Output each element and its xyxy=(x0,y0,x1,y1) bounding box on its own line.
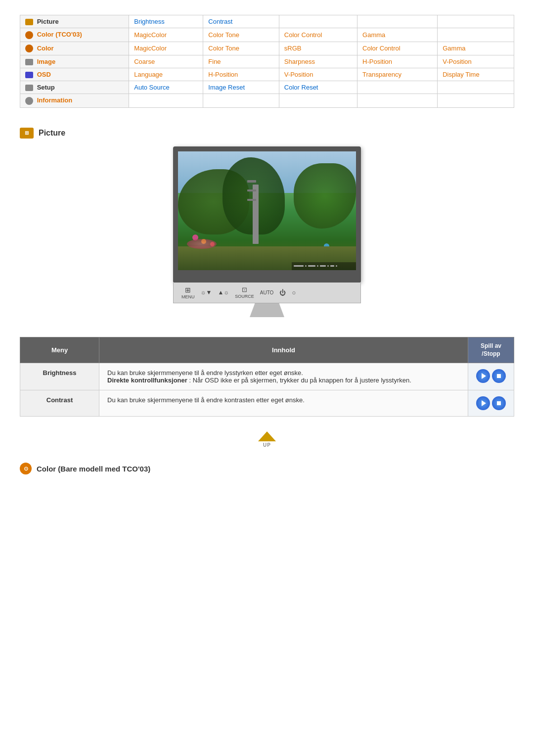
nav-empty xyxy=(129,94,203,108)
nav-empty xyxy=(279,15,357,28)
nav-hposition-osd[interactable]: H-Position xyxy=(203,68,279,81)
monitor-control-panel: ⊞ MENU ☼▼ ▲☼ ⊡ SOURCE AUTO ⏻ ○ xyxy=(173,283,361,303)
table-row: Information xyxy=(20,94,514,108)
menu-item-image[interactable]: Image xyxy=(20,55,129,68)
menu-item-osd[interactable]: OSD xyxy=(20,68,129,81)
contrast-stop-button[interactable] xyxy=(492,396,506,410)
header-spillav: Spill av /Stopp xyxy=(468,337,514,363)
up-button[interactable]: ▲☼ xyxy=(218,289,229,296)
brightness-stop-button[interactable] xyxy=(492,369,506,383)
nav-coarse[interactable]: Coarse xyxy=(129,55,203,68)
color-tco-title: Color (Bare modell med TCO'03) xyxy=(37,465,150,473)
monitor-stand-wrapper xyxy=(163,303,371,317)
brightness-btn-group xyxy=(476,369,506,383)
monitor-wrapper: ⊞ MENU ☼▼ ▲☼ ⊡ SOURCE AUTO ⏻ ○ xyxy=(163,146,371,317)
nav-sharpness[interactable]: Sharpness xyxy=(279,55,357,68)
contrast-play-button[interactable] xyxy=(476,396,490,410)
up-arrow-shape xyxy=(258,431,276,441)
menu-item-color[interactable]: Color xyxy=(20,42,129,55)
nav-hposition-img[interactable]: H-Position xyxy=(357,55,438,68)
table-row: Color (TCO'03) MagicColor Color Tone Col… xyxy=(20,28,514,42)
nav-colortone[interactable]: Color Tone xyxy=(203,42,279,55)
brightness-note-suffix: : Når OSD ikke er på skjermen, trykker d… xyxy=(187,377,411,384)
table-header-row: Meny Innhold Spill av /Stopp xyxy=(20,337,514,363)
nav-empty xyxy=(438,28,514,42)
nav-language[interactable]: Language xyxy=(129,68,203,81)
menu-item-information[interactable]: Information xyxy=(20,94,129,108)
menu-item-color-tco[interactable]: Color (TCO'03) xyxy=(20,28,129,42)
table-row: Color MagicColor Color Tone sRGB Color C… xyxy=(20,42,514,55)
header-meny: Meny xyxy=(20,337,99,363)
color-tco-header: ⊙ Color (Bare modell med TCO'03) xyxy=(20,463,514,474)
power-button[interactable]: ⏻ xyxy=(279,289,286,296)
brightness-label: Brightness xyxy=(20,363,99,390)
picture-icon: ⊞ xyxy=(20,128,34,139)
nav-colorreset[interactable]: Color Reset xyxy=(279,81,357,94)
brightness-actions xyxy=(468,363,514,390)
nav-colorcontrol-tco[interactable]: Color Control xyxy=(279,28,357,42)
content-table: Meny Innhold Spill av /Stopp Brightness … xyxy=(20,337,514,417)
nav-transparency[interactable]: Transparency xyxy=(357,68,438,81)
menu-item-setup[interactable]: Setup xyxy=(20,81,129,94)
contrast-label: Contrast xyxy=(20,390,99,417)
monitor-screen xyxy=(178,151,356,270)
nav-autosource[interactable]: Auto Source xyxy=(129,81,203,94)
nav-displaytime[interactable]: Display Time xyxy=(438,68,514,81)
nav-empty xyxy=(357,81,438,94)
nav-brightness[interactable]: Brightness xyxy=(129,15,203,28)
color-tco-icon: ⊙ xyxy=(20,463,32,474)
nav-fine[interactable]: Fine xyxy=(203,55,279,68)
nav-empty xyxy=(357,94,438,108)
table-row: Setup Auto Source Image Reset Color Rese… xyxy=(20,81,514,94)
table-row: Picture Brightness Contrast xyxy=(20,15,514,28)
nav-contrast[interactable]: Contrast xyxy=(203,15,279,28)
brightness-description: Du kan bruke skjermmenyene til å endre l… xyxy=(99,363,468,390)
monitor-stand xyxy=(250,303,284,317)
monitor-frame xyxy=(173,146,361,283)
picture-title: Picture xyxy=(39,129,65,138)
nav-vposition-osd[interactable]: V-Position xyxy=(279,68,357,81)
nav-colorcontrol[interactable]: Color Control xyxy=(357,42,438,55)
table-row-contrast: Contrast Du kan bruke skjermmenyene til … xyxy=(20,390,514,417)
table-row: Image Coarse Fine Sharpness H-Position V… xyxy=(20,55,514,68)
brightness-bold-note: Direkte kontrollfunksjoner xyxy=(107,377,187,384)
bottom-section: ⊙ Color (Bare modell med TCO'03) xyxy=(20,463,514,474)
source-button[interactable]: ⊡ SOURCE xyxy=(235,286,254,299)
up-arrow[interactable]: UP xyxy=(258,431,276,448)
menu-button-area[interactable]: ⊞ MENU xyxy=(181,286,195,299)
nav-empty xyxy=(279,94,357,108)
nav-magiccolor[interactable]: MagicColor xyxy=(129,42,203,55)
nav-empty xyxy=(438,15,514,28)
nav-empty xyxy=(438,81,514,94)
nav-colortone-tco[interactable]: Color Tone xyxy=(203,28,279,42)
header-innhold: Innhold xyxy=(99,337,468,363)
menu-item-picture[interactable]: Picture xyxy=(20,15,129,28)
contrast-description: Du kan bruke skjermmenyene til å endre k… xyxy=(99,390,468,417)
nav-empty xyxy=(203,94,279,108)
table-row: OSD Language H-Position V-Position Trans… xyxy=(20,68,514,81)
contrast-btn-group xyxy=(476,396,506,410)
nav-empty xyxy=(438,94,514,108)
nav-srgb[interactable]: sRGB xyxy=(279,42,357,55)
monitor-illustration: ⊞ MENU ☼▼ ▲☼ ⊡ SOURCE AUTO ⏻ ○ xyxy=(20,146,514,317)
contrast-actions xyxy=(468,390,514,417)
nav-empty xyxy=(357,15,438,28)
power-indicator: ○ xyxy=(292,289,296,296)
picture-section-header: ⊞ Picture xyxy=(20,128,514,139)
up-label: UP xyxy=(263,442,271,448)
nav-vposition-img[interactable]: V-Position xyxy=(438,55,514,68)
navigation-table: Picture Brightness Contrast Color (TCO'0… xyxy=(20,15,514,108)
nav-gamma[interactable]: Gamma xyxy=(438,42,514,55)
nav-gamma-tco[interactable]: Gamma xyxy=(357,28,438,42)
brightness-button[interactable]: ☼▼ xyxy=(201,289,212,296)
nav-imagereset[interactable]: Image Reset xyxy=(203,81,279,94)
auto-button[interactable]: AUTO xyxy=(260,290,274,295)
brightness-play-button[interactable] xyxy=(476,369,490,383)
table-row-brightness: Brightness Du kan bruke skjermmenyene ti… xyxy=(20,363,514,390)
nav-magiccolor-tco[interactable]: MagicColor xyxy=(129,28,203,42)
up-arrow-section: UP xyxy=(20,431,514,448)
